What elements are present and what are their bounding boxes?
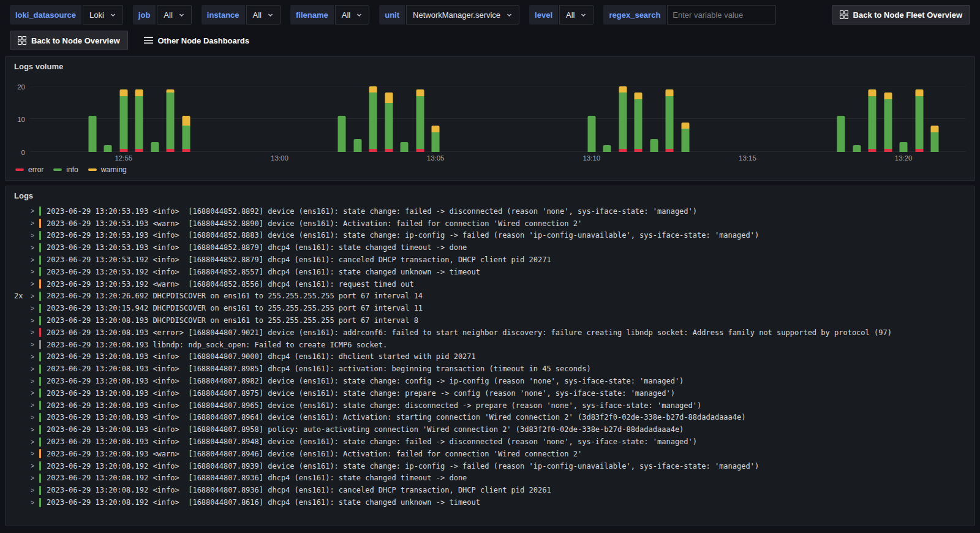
expand-chevron-icon[interactable]: > (29, 414, 36, 421)
logs-volume-panel-title[interactable]: Logs volume (6, 57, 70, 72)
log-row[interactable]: > 2023-06-29 13:20:08.193 <error> [16880… (10, 327, 970, 339)
expand-chevron-icon[interactable]: > (29, 499, 36, 506)
expand-chevron-icon[interactable]: > (29, 305, 36, 312)
log-row[interactable]: > 2023-06-29 13:20:08.193 <info> [168804… (10, 412, 970, 424)
log-level-bar (39, 401, 41, 410)
expand-chevron-icon[interactable]: > (29, 329, 36, 336)
log-row[interactable]: > 2023-06-29 13:20:53.193 <info> [168804… (10, 205, 970, 217)
log-row[interactable]: > 2023-06-29 13:20:53.192 <info> [168804… (10, 266, 970, 278)
expand-chevron-icon[interactable]: > (29, 463, 36, 469)
expand-chevron-icon[interactable]: > (29, 366, 36, 372)
log-row[interactable]: > 2023-06-29 13:20:53.193 <info> [168804… (10, 241, 970, 254)
log-row[interactable]: > 2023-06-29 13:20:08.193 <info> [168804… (10, 399, 970, 412)
log-level-bar (39, 279, 41, 289)
log-row[interactable]: > 2023-06-29 13:20:08.192 <info> [168804… (10, 484, 970, 496)
variable-label: level (529, 5, 558, 25)
log-row[interactable]: > 2023-06-29 13:20:15.942 DHCPDISCOVER o… (10, 302, 970, 314)
back-to-node-overview-button[interactable]: Back to Node Overview (10, 31, 128, 50)
expand-chevron-icon[interactable]: > (29, 220, 36, 227)
x-tick-label: 13:05 (427, 154, 445, 162)
log-row[interactable]: > 2023-06-29 13:20:08.193 <warn> [168804… (10, 448, 970, 460)
expand-chevron-icon[interactable]: > (29, 208, 36, 214)
bar-stack (884, 93, 892, 152)
log-level-bar (39, 267, 41, 276)
logs-volume-panel: Logs volume 01020 12:5513:0013:0513:1013… (5, 56, 975, 181)
expand-chevron-icon[interactable]: > (29, 293, 36, 300)
regex-search-input[interactable] (667, 5, 776, 25)
variable-dropdown[interactable]: All (559, 5, 594, 25)
bar-segment-info (619, 93, 627, 148)
other-node-dashboards-link[interactable]: Other Node Dashboards (144, 36, 250, 45)
chevron-down-icon (267, 12, 274, 18)
legend-item[interactable]: warning (88, 165, 127, 174)
bar-stack (587, 116, 595, 152)
expand-chevron-icon[interactable]: > (29, 341, 36, 348)
variable-dropdown[interactable]: All (335, 5, 369, 25)
expand-chevron-icon[interactable]: > (29, 487, 36, 494)
back-to-node-fleet-overview-button[interactable]: Back to Node Fleet Overview (832, 5, 970, 25)
variable-dropdown[interactable]: NetworkManager.service (406, 5, 519, 25)
bar-segment-info (338, 116, 346, 152)
log-level-bar (39, 243, 41, 252)
legend-label: error (28, 165, 43, 174)
log-line-text: 2023-06-29 13:20:08.192 <info> [16880448… (47, 498, 480, 507)
expand-chevron-icon[interactable]: > (29, 390, 36, 396)
bar-segment-info (401, 142, 409, 152)
log-row[interactable]: > 2023-06-29 13:20:53.192 <info> [168804… (10, 254, 970, 266)
log-row[interactable]: > 2023-06-29 13:20:08.193 <info> [168804… (10, 436, 970, 448)
log-line-text: 2023-06-29 13:20:08.193 DHCPDISCOVER on … (47, 316, 418, 325)
expand-chevron-icon[interactable]: > (29, 353, 36, 360)
legend-item[interactable]: info (53, 165, 78, 174)
expand-chevron-icon[interactable]: > (29, 402, 36, 409)
expand-chevron-icon[interactable]: > (29, 475, 36, 482)
variable-dropdown[interactable]: Loki (83, 5, 123, 25)
log-row[interactable]: > 2023-06-29 13:20:53.193 <info> [168804… (10, 230, 970, 242)
log-row[interactable]: > 2023-06-29 13:20:08.192 <info> [168804… (10, 460, 970, 472)
log-line-text: 2023-06-29 13:20:08.192 <info> [16880448… (47, 486, 551, 494)
log-row[interactable]: > 2023-06-29 13:20:53.193 <warn> [168804… (10, 217, 970, 230)
log-level-bar (39, 365, 41, 374)
expand-chevron-icon[interactable]: > (29, 317, 36, 324)
expand-chevron-icon[interactable]: > (29, 232, 36, 239)
variable-dropdown[interactable]: All (246, 5, 281, 25)
log-row[interactable]: > 2023-06-29 13:20:08.193 libndp: ndp_so… (10, 339, 970, 351)
log-row[interactable]: > 2023-06-29 13:20:08.193 <info> [168804… (10, 363, 970, 375)
bar-segment-warning (385, 93, 393, 102)
log-row[interactable]: > 2023-06-29 13:20:08.193 <info> [168804… (10, 351, 970, 363)
logs-panel-title[interactable]: Logs (6, 186, 40, 202)
expand-chevron-icon[interactable]: > (29, 268, 36, 275)
chevron-down-icon (110, 12, 116, 18)
log-row[interactable]: > 2023-06-29 13:20:08.193 <info> [168804… (10, 375, 970, 387)
bar-stack (135, 89, 143, 152)
bar-stack (119, 89, 127, 152)
bar-segment-info (915, 96, 923, 149)
expand-chevron-icon[interactable]: > (29, 281, 36, 287)
dup-count: 2x (10, 292, 29, 300)
log-row[interactable]: > 2023-06-29 13:20:08.192 <info> [168804… (10, 496, 970, 508)
log-row[interactable]: > 2023-06-29 13:20:08.193 DHCPDISCOVER o… (10, 314, 970, 327)
bar-segment-info (869, 96, 876, 149)
legend-item[interactable]: error (15, 165, 43, 174)
expand-chevron-icon[interactable]: > (29, 378, 36, 385)
bar-stack (338, 116, 346, 152)
log-row[interactable]: > 2023-06-29 13:20:08.192 <info> [168804… (10, 472, 970, 485)
regex-search-control: regex_search (603, 5, 776, 25)
expand-chevron-icon[interactable]: > (29, 244, 36, 251)
bar-stack (681, 123, 689, 152)
variable-value-text: All (566, 10, 575, 20)
log-row[interactable]: > 2023-06-29 13:20:53.192 <warn> [168804… (10, 278, 970, 290)
variable-dropdown[interactable]: All (157, 5, 191, 25)
expand-chevron-icon[interactable]: > (29, 257, 36, 263)
expand-chevron-icon[interactable]: > (29, 439, 36, 445)
bar-stack (603, 145, 611, 152)
log-line-text: 2023-06-29 13:20:08.193 <info> [16880448… (47, 389, 675, 398)
expand-chevron-icon[interactable]: > (29, 450, 36, 457)
log-row[interactable]: > 2023-06-29 13:20:08.193 <info> [168804… (10, 423, 970, 436)
expand-chevron-icon[interactable]: > (29, 426, 36, 433)
log-row[interactable]: > 2023-06-29 13:20:08.193 <info> [168804… (10, 387, 970, 399)
bar-segment-info (900, 142, 908, 152)
log-row[interactable]: 2x > 2023-06-29 13:20:26.692 DHCPDISCOVE… (10, 290, 970, 303)
variable-label: instance (202, 5, 245, 25)
variable-control: filename All (290, 5, 369, 25)
bar-segment-info (151, 142, 159, 152)
